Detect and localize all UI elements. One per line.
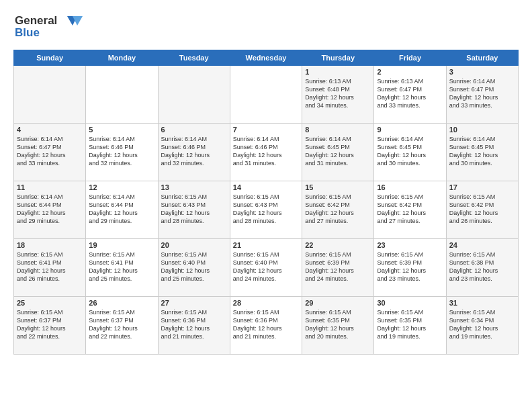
calendar-week-row: 18Sunrise: 6:15 AM Sunset: 6:41 PM Dayli…	[14, 239, 519, 297]
calendar-cell: 9Sunrise: 6:14 AM Sunset: 6:45 PM Daylig…	[374, 124, 446, 181]
weekday-header-wednesday: Wednesday	[230, 50, 302, 66]
logo-text: General Blue	[13, 11, 87, 43]
day-info: Sunrise: 6:15 AM Sunset: 6:39 PM Dayligh…	[305, 250, 371, 283]
day-info: Sunrise: 6:15 AM Sunset: 6:42 PM Dayligh…	[449, 193, 515, 226]
day-number: 14	[233, 183, 299, 191]
day-number: 19	[89, 241, 154, 249]
day-info: Sunrise: 6:14 AM Sunset: 6:45 PM Dayligh…	[377, 135, 443, 168]
day-info: Sunrise: 6:14 AM Sunset: 6:47 PM Dayligh…	[17, 135, 83, 168]
day-info: Sunrise: 6:15 AM Sunset: 6:43 PM Dayligh…	[233, 193, 299, 226]
weekday-header-friday: Friday	[374, 50, 446, 66]
svg-text:Blue: Blue	[15, 26, 40, 39]
day-number: 8	[305, 126, 371, 134]
day-info: Sunrise: 6:15 AM Sunset: 6:35 PM Dayligh…	[305, 308, 371, 341]
day-number: 28	[233, 299, 299, 307]
day-number: 15	[305, 183, 371, 191]
calendar-cell: 5Sunrise: 6:14 AM Sunset: 6:46 PM Daylig…	[86, 124, 158, 181]
day-info: Sunrise: 6:13 AM Sunset: 6:48 PM Dayligh…	[305, 77, 371, 110]
calendar-cell: 31Sunrise: 6:15 AM Sunset: 6:34 PM Dayli…	[446, 297, 518, 355]
day-info: Sunrise: 6:14 AM Sunset: 6:47 PM Dayligh…	[449, 77, 515, 110]
day-number: 18	[17, 241, 83, 249]
calendar-cell	[158, 66, 230, 124]
calendar-cell: 6Sunrise: 6:14 AM Sunset: 6:46 PM Daylig…	[158, 124, 230, 181]
day-number: 30	[377, 299, 443, 307]
day-number: 13	[161, 183, 227, 191]
day-info: Sunrise: 6:15 AM Sunset: 6:38 PM Dayligh…	[449, 250, 515, 283]
day-number: 21	[233, 241, 299, 249]
page: General Blue SundayMondayTuesdayWednesda…	[0, 0, 532, 411]
weekday-header-saturday: Saturday	[446, 50, 518, 66]
calendar-cell: 10Sunrise: 6:14 AM Sunset: 6:45 PM Dayli…	[446, 124, 518, 181]
day-number: 24	[449, 241, 515, 249]
weekday-header-row: SundayMondayTuesdayWednesdayThursdayFrid…	[14, 50, 519, 66]
calendar-cell: 26Sunrise: 6:15 AM Sunset: 6:37 PM Dayli…	[86, 297, 158, 355]
day-info: Sunrise: 6:15 AM Sunset: 6:37 PM Dayligh…	[89, 308, 154, 341]
calendar-week-row: 25Sunrise: 6:15 AM Sunset: 6:37 PM Dayli…	[14, 297, 519, 355]
calendar-cell: 1Sunrise: 6:13 AM Sunset: 6:48 PM Daylig…	[302, 66, 374, 124]
calendar-cell: 7Sunrise: 6:14 AM Sunset: 6:46 PM Daylig…	[230, 124, 302, 181]
calendar-cell: 11Sunrise: 6:14 AM Sunset: 6:44 PM Dayli…	[14, 181, 86, 239]
day-info: Sunrise: 6:14 AM Sunset: 6:45 PM Dayligh…	[305, 135, 371, 168]
day-info: Sunrise: 6:14 AM Sunset: 6:46 PM Dayligh…	[233, 135, 299, 168]
header: General Blue	[13, 11, 519, 43]
calendar-cell: 4Sunrise: 6:14 AM Sunset: 6:47 PM Daylig…	[14, 124, 86, 181]
logo: General Blue	[13, 11, 87, 43]
day-info: Sunrise: 6:14 AM Sunset: 6:44 PM Dayligh…	[17, 193, 83, 226]
day-info: Sunrise: 6:13 AM Sunset: 6:47 PM Dayligh…	[377, 77, 443, 110]
day-number: 10	[449, 126, 515, 134]
calendar-cell: 16Sunrise: 6:15 AM Sunset: 6:42 PM Dayli…	[374, 181, 446, 239]
day-number: 25	[17, 299, 83, 307]
day-number: 7	[233, 126, 299, 134]
calendar-cell: 3Sunrise: 6:14 AM Sunset: 6:47 PM Daylig…	[446, 66, 518, 124]
day-number: 27	[161, 299, 227, 307]
calendar-week-row: 1Sunrise: 6:13 AM Sunset: 6:48 PM Daylig…	[14, 66, 519, 124]
calendar-cell	[86, 66, 158, 124]
day-info: Sunrise: 6:15 AM Sunset: 6:42 PM Dayligh…	[377, 193, 443, 226]
day-info: Sunrise: 6:15 AM Sunset: 6:37 PM Dayligh…	[17, 308, 83, 341]
calendar-cell: 23Sunrise: 6:15 AM Sunset: 6:39 PM Dayli…	[374, 239, 446, 297]
day-number: 22	[305, 241, 371, 249]
calendar-cell: 24Sunrise: 6:15 AM Sunset: 6:38 PM Dayli…	[446, 239, 518, 297]
day-info: Sunrise: 6:15 AM Sunset: 6:36 PM Dayligh…	[233, 308, 299, 341]
day-number: 3	[449, 68, 515, 76]
svg-text:General: General	[15, 14, 57, 27]
day-info: Sunrise: 6:15 AM Sunset: 6:39 PM Dayligh…	[377, 250, 443, 283]
day-number: 1	[305, 68, 371, 76]
day-number: 5	[89, 126, 154, 134]
calendar-cell: 29Sunrise: 6:15 AM Sunset: 6:35 PM Dayli…	[302, 297, 374, 355]
day-info: Sunrise: 6:15 AM Sunset: 6:41 PM Dayligh…	[17, 250, 83, 283]
day-info: Sunrise: 6:15 AM Sunset: 6:36 PM Dayligh…	[161, 308, 227, 341]
calendar-cell: 8Sunrise: 6:14 AM Sunset: 6:45 PM Daylig…	[302, 124, 374, 181]
day-info: Sunrise: 6:14 AM Sunset: 6:46 PM Dayligh…	[89, 135, 154, 168]
calendar-week-row: 11Sunrise: 6:14 AM Sunset: 6:44 PM Dayli…	[14, 181, 519, 239]
day-info: Sunrise: 6:15 AM Sunset: 6:40 PM Dayligh…	[161, 250, 227, 283]
calendar-cell: 18Sunrise: 6:15 AM Sunset: 6:41 PM Dayli…	[14, 239, 86, 297]
day-number: 12	[89, 183, 154, 191]
calendar-cell: 28Sunrise: 6:15 AM Sunset: 6:36 PM Dayli…	[230, 297, 302, 355]
calendar-cell	[230, 66, 302, 124]
day-number: 26	[89, 299, 154, 307]
day-number: 31	[449, 299, 515, 307]
day-number: 20	[161, 241, 227, 249]
calendar-cell: 27Sunrise: 6:15 AM Sunset: 6:36 PM Dayli…	[158, 297, 230, 355]
day-info: Sunrise: 6:15 AM Sunset: 6:34 PM Dayligh…	[449, 308, 515, 341]
calendar-week-row: 4Sunrise: 6:14 AM Sunset: 6:47 PM Daylig…	[14, 124, 519, 181]
calendar-cell: 12Sunrise: 6:14 AM Sunset: 6:44 PM Dayli…	[86, 181, 158, 239]
day-info: Sunrise: 6:15 AM Sunset: 6:43 PM Dayligh…	[161, 193, 227, 226]
calendar-cell: 22Sunrise: 6:15 AM Sunset: 6:39 PM Dayli…	[302, 239, 374, 297]
weekday-header-sunday: Sunday	[14, 50, 86, 66]
day-number: 6	[161, 126, 227, 134]
day-number: 2	[377, 68, 443, 76]
calendar-cell: 21Sunrise: 6:15 AM Sunset: 6:40 PM Dayli…	[230, 239, 302, 297]
day-info: Sunrise: 6:15 AM Sunset: 6:40 PM Dayligh…	[233, 250, 299, 283]
day-info: Sunrise: 6:14 AM Sunset: 6:44 PM Dayligh…	[89, 193, 154, 226]
day-info: Sunrise: 6:15 AM Sunset: 6:42 PM Dayligh…	[305, 193, 371, 226]
day-info: Sunrise: 6:15 AM Sunset: 6:35 PM Dayligh…	[377, 308, 443, 341]
calendar-table: SundayMondayTuesdayWednesdayThursdayFrid…	[13, 50, 519, 355]
calendar-cell: 13Sunrise: 6:15 AM Sunset: 6:43 PM Dayli…	[158, 181, 230, 239]
day-number: 23	[377, 241, 443, 249]
day-number: 29	[305, 299, 371, 307]
calendar-cell: 14Sunrise: 6:15 AM Sunset: 6:43 PM Dayli…	[230, 181, 302, 239]
calendar-cell: 20Sunrise: 6:15 AM Sunset: 6:40 PM Dayli…	[158, 239, 230, 297]
calendar-cell: 15Sunrise: 6:15 AM Sunset: 6:42 PM Dayli…	[302, 181, 374, 239]
